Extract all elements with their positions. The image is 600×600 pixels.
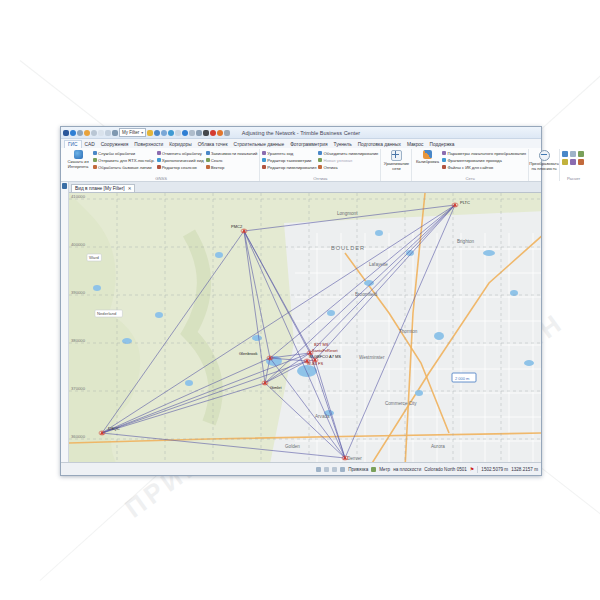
tab-макрос[interactable]: Макрос xyxy=(404,141,427,148)
station-label: PLTC xyxy=(460,200,470,205)
map-city-label: Arvada xyxy=(315,414,330,419)
flag-red-icon[interactable] xyxy=(210,130,216,136)
ribbon-button[interactable]: Объединить нивелирование xyxy=(318,150,378,156)
ribbon-button[interactable]: Оптика xyxy=(318,164,378,170)
ribbon-button[interactable]: Хронологический вид xyxy=(157,157,204,163)
command-icon xyxy=(93,165,97,169)
station-label: SantaFeReset xyxy=(312,348,338,353)
transform-button[interactable]: Преобразовать на плоскость xyxy=(531,149,557,171)
flag-orange-icon[interactable] xyxy=(217,130,223,136)
ribbon-button[interactable]: Фрагментирование прохода xyxy=(442,157,526,163)
globe-icon[interactable] xyxy=(168,130,174,136)
flag-icon[interactable]: ⚑ xyxy=(470,467,474,472)
redo-icon[interactable] xyxy=(91,130,97,136)
dropdown-icon[interactable] xyxy=(224,130,230,136)
pan-icon[interactable] xyxy=(161,130,167,136)
ribbon-button[interactable]: Файлы с ИК для сайтов xyxy=(442,164,526,170)
ribbon-button[interactable]: Редактор тахеометрии xyxy=(262,157,316,163)
tab-cad[interactable]: CAD xyxy=(82,141,98,148)
ribbon-button[interactable]: Вектор xyxy=(206,164,258,170)
tab-поддержка[interactable]: Поддержка xyxy=(426,141,457,148)
print-icon[interactable] xyxy=(189,130,195,136)
open-icon[interactable] xyxy=(98,130,104,136)
compute-tool-icon[interactable] xyxy=(570,151,576,157)
map-city-label: Westminster xyxy=(359,355,385,360)
ribbon-button[interactable]: Отправить для RTX-постобр. xyxy=(93,157,155,163)
tab-подготовка-данных[interactable]: Подготовка данных xyxy=(355,141,404,148)
grid-toggle-icon[interactable] xyxy=(324,467,329,472)
tab-строительные-данные[interactable]: Строительные данные xyxy=(231,141,288,148)
tab-туннель[interactable]: Туннель xyxy=(331,141,355,148)
snap-mode-icon[interactable] xyxy=(316,467,321,472)
ribbon-button[interactable]: Параметры локального преобразования xyxy=(442,150,526,156)
filter-combo-value: My Filter xyxy=(122,129,139,136)
cloud-download-icon xyxy=(74,150,83,159)
report-icon[interactable] xyxy=(196,130,202,136)
ribbon-button[interactable]: Уравнять ход xyxy=(262,150,316,156)
layers-icon[interactable] xyxy=(175,130,181,136)
map-canvas[interactable]: 410000400000390000380000370000360000Long… xyxy=(69,193,541,462)
app-icon[interactable] xyxy=(63,130,69,136)
map-city-label: Aurora xyxy=(431,444,445,449)
compute-tool-icon[interactable] xyxy=(578,151,584,157)
project-explorer-collapsed-tab[interactable] xyxy=(61,182,69,462)
back-icon[interactable] xyxy=(70,130,76,136)
download-internet-button[interactable]: Скачать из Интернета xyxy=(65,149,91,169)
zoom-icon[interactable] xyxy=(154,130,160,136)
station-label: B2T MS xyxy=(314,342,329,347)
ribbon-button[interactable]: Новая узловая xyxy=(318,157,378,163)
select-icon[interactable] xyxy=(147,130,153,136)
snap-label[interactable]: Привязка xyxy=(348,467,368,472)
ribbon: Скачать из Интернета Службы обработкиОтп… xyxy=(61,148,541,182)
compute-tool-icon[interactable] xyxy=(562,151,568,157)
ortho-toggle-icon[interactable] xyxy=(332,467,337,472)
chevron-down-icon: ▾ xyxy=(141,129,143,136)
command-icon xyxy=(442,158,446,162)
snap-icon[interactable] xyxy=(182,130,188,136)
adjust-network-button[interactable]: Уравнивание сети xyxy=(383,149,409,171)
tab-поверхности[interactable]: Поверхности xyxy=(131,141,166,148)
map-scale-box: 2 000 m xyxy=(455,376,470,381)
grid-northing-label: 370000 xyxy=(71,386,86,391)
undo-icon[interactable] xyxy=(84,130,90,136)
ribbon-button[interactable]: Службы обработки xyxy=(93,150,155,156)
ribbon-button[interactable]: Зависимости показаний xyxy=(206,150,258,156)
coordinate-system-label[interactable]: Colorado North 0501 xyxy=(424,467,467,472)
map-town-label: Ward xyxy=(89,255,100,260)
tab-фотограмметрия[interactable]: Фотограмметрия xyxy=(287,141,330,148)
save-icon[interactable] xyxy=(105,130,111,136)
map-city-label: BOULDER xyxy=(331,245,365,251)
tab-облака-точек[interactable]: Облака точек xyxy=(195,141,231,148)
project-explorer-icon xyxy=(62,183,67,189)
grid-northing-label: 360000 xyxy=(71,434,86,439)
import-icon[interactable] xyxy=(112,130,118,136)
command-icon xyxy=(262,158,266,162)
compute-tool-icon[interactable] xyxy=(578,159,584,165)
map-view[interactable]: 410000400000390000380000370000360000Long… xyxy=(69,193,541,462)
close-icon[interactable]: ✕ xyxy=(128,186,132,191)
command-icon xyxy=(442,165,446,169)
tab-гис[interactable]: ГИС xyxy=(64,140,82,148)
plan-view-tab[interactable]: Вид в плане [My Filter] ✕ xyxy=(71,184,135,192)
quick-access-toolbar-right xyxy=(147,130,230,136)
cursor-easting: 1502.5079 m xyxy=(481,467,508,472)
ribbon-group-optical: Уравнять ходРедактор тахеометрииРедактор… xyxy=(259,149,380,181)
command-icon xyxy=(157,151,161,155)
ribbon-button[interactable]: Отменить обработку xyxy=(157,150,204,156)
flag-black-icon[interactable] xyxy=(203,130,209,136)
grid-northing-label: 400000 xyxy=(71,242,86,247)
station-label: Gimlet xyxy=(270,385,282,390)
forward-icon[interactable] xyxy=(77,130,83,136)
filter-combo[interactable]: My Filter ▾ xyxy=(119,128,146,137)
compute-tool-icon[interactable] xyxy=(570,159,576,165)
tab-коридоры[interactable]: Коридоры xyxy=(166,141,194,148)
compute-tool-icon[interactable] xyxy=(562,159,568,165)
tab-сооружения[interactable]: Сооружения xyxy=(98,141,132,148)
layers-status-icon[interactable] xyxy=(340,467,345,472)
units-label[interactable]: Метр xyxy=(379,467,390,472)
ribbon-button[interactable]: Сеанс xyxy=(206,157,258,163)
ribbon-button[interactable]: Редактор нивелирования xyxy=(262,164,316,170)
ribbon-button[interactable]: Редактор сеансов xyxy=(157,164,204,170)
ribbon-button[interactable]: Обработать базовые линии xyxy=(93,164,155,170)
calibration-button[interactable]: Калибровка xyxy=(414,149,440,165)
